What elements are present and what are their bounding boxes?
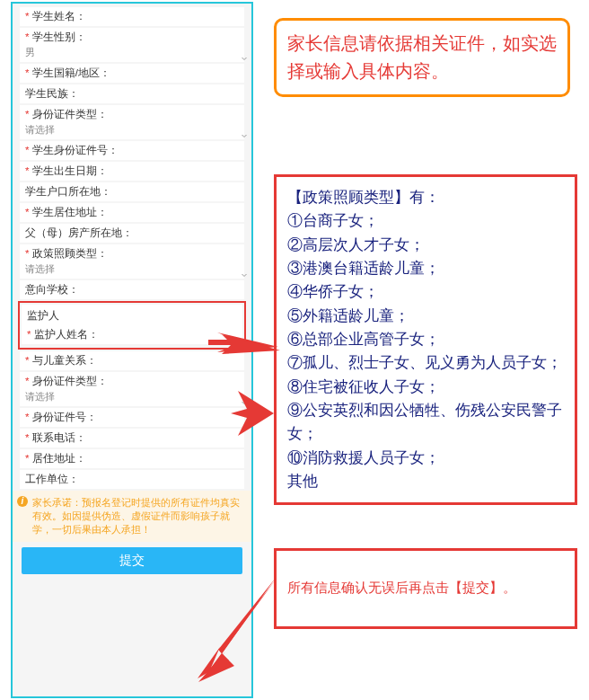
label-student-name: 学生姓名： xyxy=(25,10,239,23)
callout-confirm-submit: 所有信息确认无误后再点击【提交】。 xyxy=(274,548,577,629)
value-id-type: 请选择 xyxy=(25,123,55,137)
label-student-nationality: 学生国籍/地区： xyxy=(25,66,239,80)
value-g-id-type: 请选择 xyxy=(25,390,55,403)
policy-item-8: ⑧住宅被征收人子女； xyxy=(287,378,440,395)
field-student-hukou[interactable]: 学生户口所在地： xyxy=(20,182,244,201)
callout-guardian-info: 家长信息请依据相关证件，如实选择或输入具体内容。 xyxy=(274,18,570,97)
label-parent-property: 父（母）房产所在地： xyxy=(25,226,239,240)
policy-item-3: ③港澳台籍适龄儿童； xyxy=(287,260,440,277)
label-intent-school: 意向学校： xyxy=(25,283,239,297)
field-student-gender[interactable]: 学生性别：男 xyxy=(20,28,244,62)
highlight-box-guardian: 监护人 监护人姓名： xyxy=(18,301,246,350)
callout-policy-types: 【政策照顾类型】有： ①台商子女； ②高层次人才子女； ③港澳台籍适龄儿童； ④… xyxy=(274,174,577,505)
label-guardian-name: 监护人姓名： xyxy=(27,328,237,341)
select-student-gender[interactable]: 男 xyxy=(25,44,239,59)
submit-button[interactable]: 提交 xyxy=(22,547,242,574)
policy-item-10: ⑩消防救援人员子女； xyxy=(287,449,440,466)
field-g-address[interactable]: 居住地址： xyxy=(20,449,244,468)
value-student-gender: 男 xyxy=(25,46,35,59)
label-student-ethnicity: 学生民族： xyxy=(25,87,239,101)
label-student-birthdate: 学生出生日期： xyxy=(25,164,239,178)
mobile-form-panel: 学生姓名： 学生性别：男 学生国籍/地区： 学生民族： 身份证件类型：请选择 学… xyxy=(11,2,253,698)
field-g-work[interactable]: 工作单位： xyxy=(20,470,244,489)
policy-item-6: ⑥总部企业高管子女； xyxy=(287,331,440,348)
policy-item-2: ②高层次人才子女； xyxy=(287,236,425,253)
policy-item-9: ⑨公安英烈和因公牺牲、伤残公安民警子女； xyxy=(287,402,562,442)
policy-list-head: 【政策照顾类型】有： xyxy=(287,189,440,206)
label-student-hukou: 学生户口所在地： xyxy=(25,185,239,199)
label-student-id-no: 学生身份证件号： xyxy=(25,144,239,157)
label-g-work: 工作单位： xyxy=(25,473,239,486)
select-g-id-type[interactable]: 请选择 xyxy=(25,388,239,403)
policy-item-1: ①台商子女； xyxy=(287,212,379,229)
field-student-address[interactable]: 学生居住地址： xyxy=(20,203,244,222)
policy-item-5: ⑤外籍适龄儿童； xyxy=(287,307,409,324)
value-policy-type: 请选择 xyxy=(25,262,55,276)
select-policy-type[interactable]: 请选择 xyxy=(25,261,239,276)
label-relation: 与儿童关系： xyxy=(25,354,239,368)
field-student-nationality[interactable]: 学生国籍/地区： xyxy=(20,64,244,83)
parent-commitment-notice: 家长承诺：预报名登记时提供的所有证件均真实有效。如因提供伪造、虚假证件而影响孩子… xyxy=(13,491,251,542)
label-g-phone: 联系电话： xyxy=(25,431,239,445)
field-policy-type[interactable]: 政策照顾类型：请选择 xyxy=(20,244,244,279)
field-g-phone[interactable]: 联系电话： xyxy=(20,429,244,447)
label-g-address: 居住地址： xyxy=(25,452,239,465)
field-parent-property[interactable]: 父（母）房产所在地： xyxy=(20,224,244,243)
field-intent-school[interactable]: 意向学校： xyxy=(20,280,244,299)
label-g-id-no: 身份证件号： xyxy=(25,411,239,424)
field-student-ethnicity[interactable]: 学生民族： xyxy=(20,84,244,103)
label-student-address: 学生居住地址： xyxy=(25,206,239,219)
policy-item-7: ⑦孤儿、烈士子女、见义勇为人员子女； xyxy=(287,354,562,371)
callout-confirm-text: 所有信息确认无误后再点击【提交】。 xyxy=(287,578,516,598)
field-guardian-name[interactable]: 监护人姓名： xyxy=(22,325,242,344)
field-id-type[interactable]: 身份证件类型：请选择 xyxy=(20,105,244,139)
label-id-type: 身份证件类型： xyxy=(25,108,239,121)
label-g-id-type: 身份证件类型： xyxy=(25,375,239,388)
policy-item-4: ④华侨子女； xyxy=(287,283,379,300)
guardian-section-header: 监护人 xyxy=(22,305,242,325)
form-container: 学生姓名： 学生性别：男 学生国籍/地区： 学生民族： 身份证件类型：请选择 学… xyxy=(13,4,251,489)
label-policy-type: 政策照顾类型： xyxy=(25,247,239,261)
field-student-birthdate[interactable]: 学生出生日期： xyxy=(20,162,244,181)
field-g-id-type[interactable]: 身份证件类型：请选择 xyxy=(20,372,244,406)
field-student-id-no[interactable]: 学生身份证件号： xyxy=(20,141,244,160)
policy-item-other: 其他 xyxy=(287,473,318,490)
field-relation[interactable]: 与儿童关系： xyxy=(20,351,244,370)
label-student-gender: 学生性别： xyxy=(25,31,239,44)
select-id-type[interactable]: 请选择 xyxy=(25,121,239,137)
field-student-name[interactable]: 学生姓名： xyxy=(20,7,244,26)
field-g-id-no[interactable]: 身份证件号： xyxy=(20,408,244,427)
